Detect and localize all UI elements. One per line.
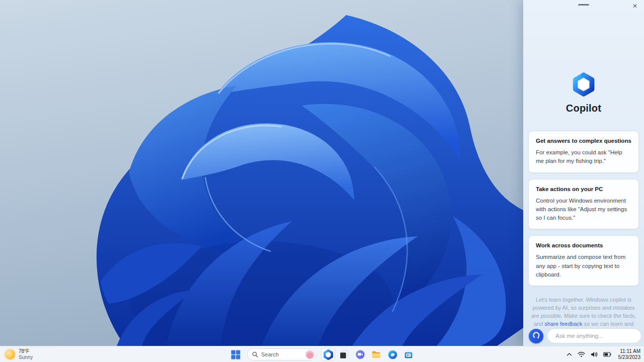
card-body: For example, you could ask "Help me plan…: [536, 148, 631, 166]
card-take-actions[interactable]: Take actions on your PC Control your Win…: [528, 179, 639, 230]
bloom-wallpaper-art: [0, 0, 523, 346]
suggestion-cards: Get answers to complex questions For exa…: [528, 131, 639, 286]
tray-date: 5/23/2023: [618, 354, 641, 361]
tray-chevron-up-icon[interactable]: [566, 351, 573, 357]
chat-icon: [355, 349, 366, 360]
copilot-title: Copilot: [566, 103, 601, 114]
copilot-input-badge-icon: [529, 329, 543, 343]
card-body: Summarize and compose text from any app …: [536, 253, 631, 279]
microsoft-store-button[interactable]: [401, 348, 416, 361]
file-explorer-button[interactable]: [369, 348, 383, 361]
weather-condition: Sunny: [19, 354, 33, 360]
desktop-wallpaper: [0, 0, 523, 346]
copilot-ask-input[interactable]: [547, 328, 641, 343]
task-view-icon: [339, 349, 350, 360]
system-tray: 11:11 AM 5/23/2023: [566, 346, 641, 362]
microsoft-store-icon: [403, 349, 414, 360]
edge-button[interactable]: [385, 348, 399, 361]
file-explorer-icon: [371, 349, 382, 360]
card-get-answers[interactable]: Get answers to complex questions For exa…: [528, 131, 639, 173]
card-title: Work across documents: [536, 242, 631, 248]
card-title: Take actions on your PC: [536, 186, 631, 192]
card-title: Get answers to complex questions: [536, 138, 631, 144]
taskbar: 78°F Sunny Search: [0, 346, 644, 362]
task-view-button[interactable]: [337, 348, 351, 361]
clock-widget[interactable]: 11:11 AM 5/23/2023: [618, 348, 641, 361]
sun-icon: [5, 349, 15, 359]
weather-temp: 78°F: [19, 348, 33, 354]
search-icon: [252, 351, 258, 357]
start-button[interactable]: [228, 348, 243, 361]
copilot-icon: [323, 349, 334, 360]
chat-button[interactable]: [353, 348, 367, 361]
wifi-icon[interactable]: [577, 350, 586, 358]
taskbar-copilot-button[interactable]: [321, 348, 335, 361]
tray-time: 11:11 AM: [618, 348, 641, 355]
volume-icon[interactable]: [590, 350, 599, 358]
copilot-panel: ✕ Copilot Get answers to complex questio…: [523, 0, 644, 346]
card-body: Control your Windows environment with ac…: [536, 197, 631, 223]
edge-icon: [387, 349, 398, 360]
share-feedback-link[interactable]: share feedback: [544, 321, 582, 327]
copilot-logo-icon: [572, 72, 596, 97]
card-work-across-documents[interactable]: Work across documents Summarize and comp…: [528, 235, 639, 286]
weather-widget[interactable]: 78°F Sunny: [5, 346, 33, 362]
copilot-input-row: [529, 328, 638, 343]
minimize-handle[interactable]: [578, 4, 589, 6]
windows-logo-icon: [231, 350, 240, 359]
taskbar-search-box[interactable]: Search: [247, 348, 316, 360]
battery-icon[interactable]: [602, 351, 612, 358]
windows-desktop-screen: ✕ Copilot Get answers to complex questio…: [0, 0, 644, 362]
close-icon[interactable]: ✕: [630, 1, 640, 11]
taskbar-center-icons: Search: [228, 346, 416, 362]
search-highlight-image: [305, 350, 314, 359]
search-label: Search: [261, 351, 302, 357]
